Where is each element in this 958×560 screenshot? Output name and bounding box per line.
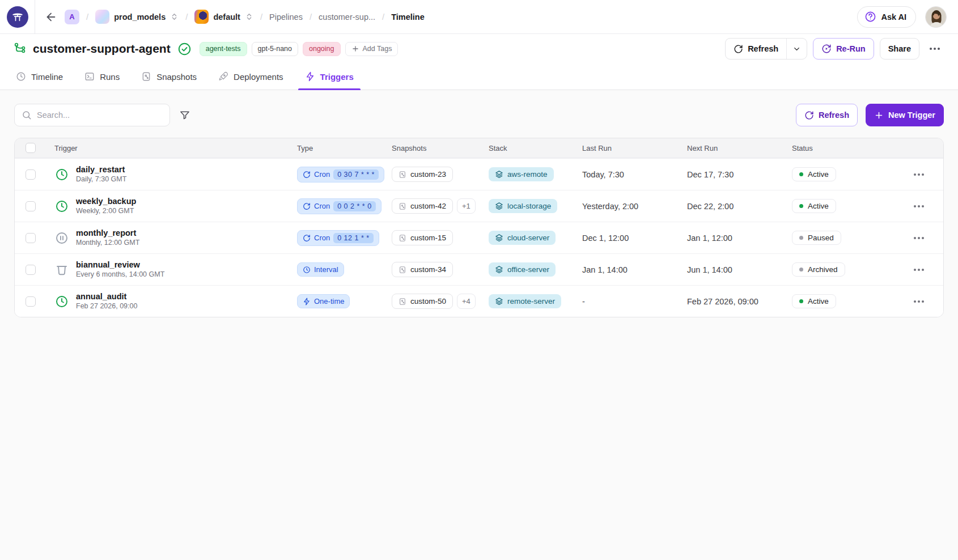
column-header-last-run[interactable]: Last Run (582, 144, 687, 152)
table-row[interactable]: annual_audit Feb 27 2026, 09:00 One-time… (15, 285, 943, 317)
trigger-name[interactable]: annual_audit (76, 291, 137, 302)
row-more-button[interactable] (910, 297, 927, 306)
stack-name: local-storage (507, 202, 551, 210)
page-title: customer-support-agent (33, 42, 171, 56)
stack-badge[interactable]: aws-remote (489, 167, 554, 181)
archive-box-icon (54, 262, 69, 277)
stack-badge[interactable]: cloud-server (489, 231, 556, 245)
search-input[interactable] (37, 111, 163, 120)
column-header-status[interactable]: Status (792, 144, 854, 152)
table-header-row: Trigger Type Snapshots Stack Last Run Ne… (15, 138, 943, 158)
rocket-icon (218, 71, 228, 82)
pipeline-icon (14, 42, 27, 56)
tab-timeline[interactable]: Timeline (16, 71, 63, 90)
snapshot-badge[interactable]: custom-42 (392, 198, 453, 214)
tag-ongoing[interactable]: ongoing (303, 42, 341, 56)
row-more-button[interactable] (910, 234, 927, 243)
breadcrumb-workspace[interactable]: default (194, 10, 253, 24)
snapshot-extra-count[interactable]: +1 (457, 198, 476, 214)
snapshot-badge[interactable]: custom-23 (392, 167, 453, 182)
table-refresh-label: Refresh (819, 111, 849, 120)
tab-runs[interactable]: Runs (84, 71, 120, 90)
column-header-snapshots[interactable]: Snapshots (392, 144, 489, 152)
tab-deployments[interactable]: Deployments (218, 71, 283, 90)
search-box (14, 104, 170, 126)
tag-gpt-5-nano[interactable]: gpt-5-nano (252, 42, 298, 56)
breadcrumb-project[interactable]: prod_models (95, 10, 179, 24)
trigger-name[interactable]: monthly_report (76, 228, 139, 238)
filter-button[interactable] (179, 109, 190, 121)
snapshot-icon (399, 234, 406, 242)
snapshot-badge[interactable]: custom-34 (392, 262, 453, 277)
tab-triggers[interactable]: Triggers (305, 71, 354, 90)
workspace-name: default (213, 12, 240, 22)
trigger-name[interactable]: daily_restart (76, 164, 126, 175)
breadcrumb-pipelines-link[interactable]: Pipelines (269, 12, 303, 22)
select-all-checkbox[interactable] (26, 143, 36, 153)
cron-expression: 0 30 7 * * * (333, 169, 379, 180)
trigger-name[interactable]: weekly_backup (76, 196, 136, 206)
rerun-icon (821, 44, 832, 54)
trigger-name[interactable]: biannual_review (76, 260, 164, 270)
pause-circle-icon (54, 231, 69, 245)
project-switcher-icon[interactable] (170, 12, 179, 21)
share-button[interactable]: Share (880, 38, 919, 60)
zenml-logo-icon[interactable] (7, 6, 28, 28)
refresh-button[interactable]: Refresh (726, 39, 786, 59)
refresh-dropdown-button[interactable] (786, 39, 807, 59)
column-header-next-run[interactable]: Next Run (687, 144, 792, 152)
layers-icon (495, 170, 503, 179)
snapshot-extra-count[interactable]: +4 (457, 294, 476, 309)
trigger-schedule: Weekly, 2:00 GMT (76, 206, 136, 215)
snapshot-name: custom-23 (410, 170, 446, 179)
search-icon (22, 110, 32, 120)
app-root: A / prod_models / default (0, 0, 958, 560)
breadcrumb-separator: / (308, 12, 313, 22)
type-badge-one-time: One-time (297, 294, 350, 308)
row-checkbox[interactable] (26, 233, 36, 243)
plus-icon (874, 111, 884, 120)
column-header-type[interactable]: Type (297, 144, 392, 152)
ask-ai-button[interactable]: Ask AI (857, 6, 916, 28)
column-header-stack[interactable]: Stack (489, 144, 582, 152)
table-row[interactable]: biannual_review Every 6 months, 14:00 GM… (15, 253, 943, 285)
row-checkbox[interactable] (26, 296, 36, 307)
tag-agent-tests[interactable]: agent-tests (200, 42, 247, 56)
table-refresh-button[interactable]: Refresh (796, 104, 858, 126)
breadcrumb-pipeline-link[interactable]: customer-sup... (319, 12, 375, 22)
stack-badge[interactable]: office-server (489, 262, 556, 277)
lightning-icon (303, 298, 311, 306)
row-more-button[interactable] (910, 202, 927, 211)
row-checkbox[interactable] (26, 265, 36, 275)
table-row[interactable]: monthly_report Monthly, 12:00 GMT Cron 0… (15, 222, 943, 253)
clock-icon (54, 294, 69, 309)
snapshot-name: custom-34 (410, 265, 446, 274)
type-label: Cron (314, 170, 330, 179)
tab-label: Timeline (31, 72, 63, 82)
breadcrumb-separator: / (381, 12, 385, 22)
last-run: Today, 7:30 (582, 170, 687, 179)
table-row[interactable]: daily_restart Daily, 7:30 GMT Cron 0 30 … (15, 158, 943, 190)
table-row[interactable]: weekly_backup Weekly, 2:00 GMT Cron 0 0 … (15, 190, 943, 222)
row-more-button[interactable] (910, 265, 927, 274)
stack-badge[interactable]: local-storage (489, 199, 557, 213)
tab-snapshots[interactable]: Snapshots (141, 71, 197, 90)
user-avatar[interactable] (925, 6, 947, 28)
add-tags-button[interactable]: Add Tags (345, 42, 399, 56)
column-header-trigger[interactable]: Trigger (44, 144, 297, 152)
back-button[interactable] (40, 6, 62, 28)
org-badge[interactable]: A (65, 10, 79, 24)
row-checkbox[interactable] (26, 201, 36, 211)
workspace-switcher-icon[interactable] (245, 12, 253, 21)
rerun-button[interactable]: Re-Run (813, 38, 874, 60)
new-trigger-button[interactable]: New Trigger (866, 104, 944, 126)
type-badge-cron: Cron 0 30 7 * * * (297, 167, 384, 183)
row-more-button[interactable] (910, 170, 927, 179)
stack-badge[interactable]: remote-server (489, 294, 561, 308)
row-checkbox[interactable] (26, 169, 36, 180)
snapshot-badge[interactable]: custom-50 (392, 294, 453, 309)
logo-container (0, 0, 35, 34)
header-more-button[interactable] (925, 43, 944, 54)
snapshot-badge[interactable]: custom-15 (392, 230, 453, 245)
snapshot-icon (399, 266, 406, 274)
